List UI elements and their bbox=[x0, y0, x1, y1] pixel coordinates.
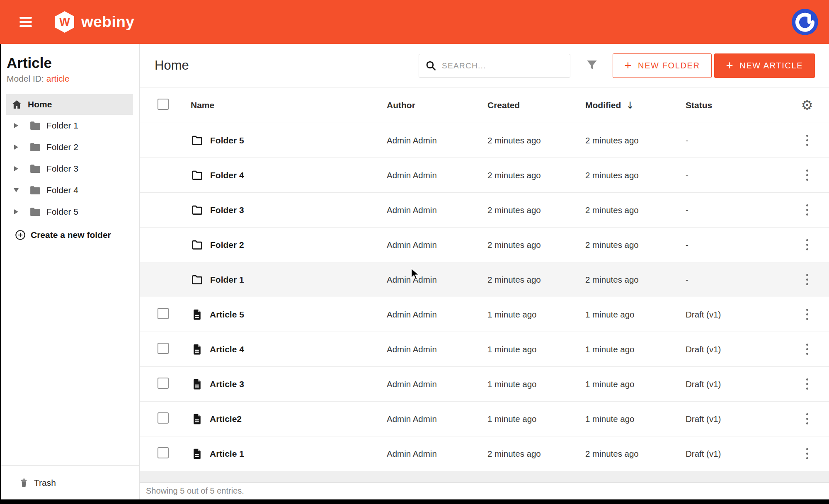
row-menu-kebab-icon[interactable] bbox=[804, 237, 811, 253]
create-folder-button[interactable]: Create a new folder bbox=[0, 225, 139, 245]
folder-icon bbox=[29, 184, 41, 196]
expand-arrow-icon[interactable] bbox=[13, 209, 19, 214]
screen-edge-left bbox=[0, 44, 1, 504]
table-row[interactable]: Folder 2Admin Admin2 minutes ago2 minute… bbox=[140, 228, 829, 262]
column-header-modified[interactable]: Modified ↓ bbox=[585, 100, 686, 111]
document-icon bbox=[191, 378, 203, 390]
sidebar-item-label: Home bbox=[28, 99, 52, 109]
table-row[interactable]: Article2Admin Admin1 minute ago1 minute … bbox=[140, 402, 829, 436]
table-row[interactable]: Folder 1Admin Admin2 minutes ago2 minute… bbox=[140, 262, 829, 297]
page-title: Home bbox=[155, 58, 189, 73]
horizontal-scrollbar-track[interactable] bbox=[140, 471, 829, 483]
row-name: Folder 3 bbox=[210, 205, 244, 215]
cell-modified: 1 minute ago bbox=[585, 414, 686, 424]
collapse-arrow-icon[interactable] bbox=[13, 188, 19, 192]
table-row[interactable]: Folder 4Admin Admin2 minutes ago2 minute… bbox=[140, 158, 829, 193]
cell-author: Admin Admin bbox=[387, 449, 487, 459]
column-header-created[interactable]: Created bbox=[487, 100, 585, 110]
table-row[interactable]: Article 3Admin Admin1 minute ago1 minute… bbox=[140, 367, 829, 402]
cell-author: Admin Admin bbox=[387, 379, 487, 389]
brand-name: webiny bbox=[81, 13, 134, 31]
cell-status: Draft (v1) bbox=[686, 379, 785, 389]
cell-modified: 2 minutes ago bbox=[585, 275, 686, 285]
cell-author: Admin Admin bbox=[387, 170, 487, 180]
cell-name[interactable]: Folder 2 bbox=[191, 238, 387, 251]
sidebar-folder-item[interactable]: Folder 4 bbox=[0, 179, 139, 201]
cell-created: 2 minutes ago bbox=[487, 205, 585, 215]
column-header-status[interactable]: Status bbox=[686, 100, 785, 110]
cell-name[interactable]: Article2 bbox=[191, 413, 387, 425]
cell-created: 2 minutes ago bbox=[487, 170, 585, 180]
cell-name[interactable]: Folder 5 bbox=[191, 134, 387, 147]
cell-name[interactable]: Article 3 bbox=[191, 378, 387, 390]
select-all-checkbox[interactable] bbox=[158, 99, 169, 110]
document-icon bbox=[191, 448, 203, 460]
row-menu-kebab-icon[interactable] bbox=[804, 446, 811, 462]
row-checkbox[interactable] bbox=[158, 343, 169, 354]
cell-name[interactable]: Folder 4 bbox=[191, 169, 387, 182]
table-settings-gear-icon[interactable]: ⚙ bbox=[801, 98, 813, 112]
column-header-author[interactable]: Author bbox=[387, 100, 487, 110]
cell-name[interactable]: Article 4 bbox=[191, 343, 387, 356]
row-checkbox[interactable] bbox=[158, 412, 169, 424]
sidebar-folder-item[interactable]: Folder 2 bbox=[0, 136, 139, 158]
expand-arrow-icon[interactable] bbox=[13, 145, 19, 150]
table-row[interactable]: Folder 5Admin Admin2 minutes ago2 minute… bbox=[140, 123, 829, 158]
row-menu-kebab-icon[interactable] bbox=[804, 271, 811, 288]
content-area: Home + NEW FOLDER + NEW ARTICLE Name bbox=[140, 44, 829, 499]
document-icon bbox=[191, 343, 203, 356]
table-body: Folder 5Admin Admin2 minutes ago2 minute… bbox=[140, 123, 829, 471]
cell-author: Admin Admin bbox=[387, 310, 487, 320]
new-folder-label: NEW FOLDER bbox=[638, 61, 700, 70]
trash-label: Trash bbox=[34, 478, 56, 488]
row-menu-kebab-icon[interactable] bbox=[804, 411, 811, 427]
sidebar-folder-item[interactable]: Folder 1 bbox=[0, 115, 139, 136]
cell-author: Admin Admin bbox=[387, 275, 487, 285]
document-icon bbox=[191, 308, 203, 321]
expand-arrow-icon[interactable] bbox=[13, 123, 19, 128]
cell-name[interactable]: Folder 3 bbox=[191, 204, 387, 216]
trash-button[interactable]: Trash bbox=[0, 465, 139, 499]
filter-button[interactable] bbox=[584, 58, 599, 73]
table-row[interactable]: Article 1Admin Admin2 minutes ago2 minut… bbox=[140, 436, 829, 471]
folder-tree-list: Folder 1Folder 2Folder 3Folder 4Folder 5 bbox=[0, 115, 139, 223]
expand-arrow-icon[interactable] bbox=[13, 166, 19, 171]
logo-letter: W bbox=[59, 17, 70, 28]
row-menu-kebab-icon[interactable] bbox=[804, 167, 811, 183]
row-menu-kebab-icon[interactable] bbox=[804, 306, 811, 322]
cell-status: - bbox=[686, 240, 785, 250]
row-checkbox[interactable] bbox=[158, 447, 169, 458]
user-avatar[interactable] bbox=[792, 9, 818, 35]
cell-name[interactable]: Article 1 bbox=[191, 448, 387, 460]
cell-name[interactable]: Article 5 bbox=[191, 308, 387, 321]
row-menu-kebab-icon[interactable] bbox=[804, 132, 811, 148]
sidebar-folder-item[interactable]: Folder 5 bbox=[0, 201, 139, 223]
column-header-name[interactable]: Name bbox=[191, 100, 387, 110]
row-menu-kebab-icon[interactable] bbox=[804, 202, 811, 218]
table-row[interactable]: Article 5Admin Admin1 minute ago1 minute… bbox=[140, 297, 829, 332]
folder-icon bbox=[29, 119, 41, 132]
row-name: Folder 5 bbox=[210, 136, 244, 145]
new-folder-button[interactable]: + NEW FOLDER bbox=[613, 53, 712, 78]
folder-icon bbox=[191, 238, 204, 251]
row-menu-kebab-icon[interactable] bbox=[804, 341, 811, 357]
row-menu-kebab-icon[interactable] bbox=[804, 376, 811, 392]
cell-name[interactable]: Folder 1 bbox=[191, 273, 387, 286]
table-row[interactable]: Article 4Admin Admin1 minute ago1 minute… bbox=[140, 332, 829, 367]
cell-modified: 1 minute ago bbox=[585, 344, 686, 354]
trash-icon bbox=[19, 477, 29, 488]
cell-modified: 2 minutes ago bbox=[585, 449, 686, 459]
search-input[interactable] bbox=[442, 61, 565, 70]
folder-icon bbox=[191, 134, 204, 147]
row-checkbox[interactable] bbox=[158, 308, 169, 319]
new-article-button[interactable]: + NEW ARTICLE bbox=[714, 53, 815, 78]
hamburger-menu-icon[interactable] bbox=[19, 17, 32, 27]
cell-actions bbox=[785, 411, 829, 427]
table-row[interactable]: Folder 3Admin Admin2 minutes ago2 minute… bbox=[140, 193, 829, 228]
sidebar-folder-item[interactable]: Folder 3 bbox=[0, 158, 139, 179]
cell-modified: 2 minutes ago bbox=[585, 170, 686, 180]
sidebar-item-home[interactable]: Home bbox=[6, 94, 133, 115]
row-checkbox[interactable] bbox=[158, 378, 169, 389]
cell-actions bbox=[785, 446, 829, 462]
cell-status: Draft (v1) bbox=[686, 310, 785, 320]
